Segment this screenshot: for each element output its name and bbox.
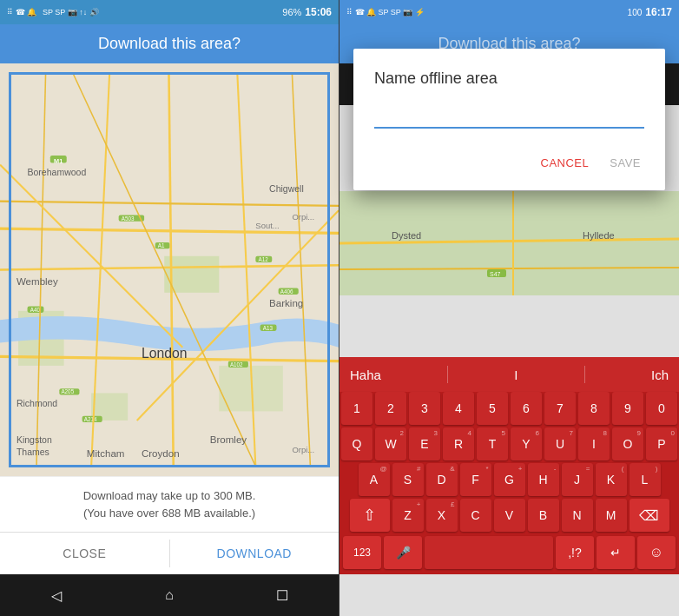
save-button[interactable]: SAVE — [606, 149, 644, 176]
info-line2: (You have over 688 MB available.) — [14, 505, 325, 522]
svg-text:A214: A214 — [84, 416, 97, 422]
left-phone: ⠿ ☎ 🔔 SP SP 📷 ↑↓ 🔊 96% 15:06 Download th… — [0, 0, 340, 616]
comma-key[interactable]: ,!? — [556, 536, 594, 569]
signal-icons: SP SP 📷 ↑↓ 🔊 — [43, 8, 99, 17]
key-x[interactable]: X£ — [426, 499, 458, 532]
suggestion-2[interactable]: I — [514, 368, 517, 382]
key-m[interactable]: M — [596, 499, 627, 532]
left-map: M1 A503 A1 A12 A40 A406 A13 A205 A214 — [0, 63, 339, 476]
svg-text:M1: M1 — [54, 157, 63, 165]
key-k[interactable]: K( — [596, 463, 627, 496]
svg-text:Sout...: Sout... — [255, 221, 279, 230]
svg-text:Borehamwood: Borehamwood — [28, 167, 87, 177]
key-s[interactable]: S# — [392, 463, 424, 496]
key-w[interactable]: W2 — [375, 427, 406, 460]
key-3[interactable]: 3 — [409, 392, 440, 425]
key-g[interactable]: G+ — [494, 463, 525, 496]
left-info-text: Download may take up to 300 MB. (You hav… — [0, 476, 339, 532]
battery-indicator: 96% — [282, 7, 301, 17]
shift-key[interactable]: ⇧ — [350, 499, 390, 532]
svg-text:S47: S47 — [490, 271, 501, 277]
left-header: Download this area? — [0, 24, 339, 63]
right-time: 16:17 — [645, 6, 672, 18]
key-5[interactable]: 5 — [477, 392, 508, 425]
svg-text:Hyllede: Hyllede — [583, 230, 615, 241]
right-battery: 100 — [628, 8, 643, 17]
key-b[interactable]: B — [528, 499, 559, 532]
svg-text:Bromley: Bromley — [210, 434, 247, 445]
svg-text:A102: A102 — [230, 361, 243, 368]
svg-text:A12: A12 — [258, 256, 268, 262]
svg-text:London: London — [142, 346, 188, 361]
key-e[interactable]: E3 — [409, 427, 440, 460]
key-6[interactable]: 6 — [511, 392, 542, 425]
home-button[interactable]: ⌂ — [161, 586, 178, 604]
svg-text:Barking: Barking — [269, 298, 303, 308]
key-0[interactable]: 0 — [646, 392, 677, 425]
notification-icons: ⠿ ☎ 🔔 — [7, 8, 36, 17]
enter-key[interactable]: ↵ — [597, 536, 635, 569]
key-8[interactable]: 8 — [578, 392, 610, 425]
emoji-key[interactable]: ☺ — [637, 536, 676, 569]
svg-text:Mitcham: Mitcham — [87, 448, 125, 459]
key-j[interactable]: J= — [562, 463, 593, 496]
svg-text:Kingston: Kingston — [16, 434, 52, 445]
key-d[interactable]: D& — [426, 463, 458, 496]
key-t[interactable]: T5 — [477, 427, 508, 460]
right-map-peek: Dysted Hyllede S47 — [340, 191, 679, 295]
key-i[interactable]: I8 — [578, 427, 610, 460]
key-f[interactable]: F* — [460, 463, 491, 496]
svg-text:A13: A13 — [263, 325, 274, 331]
svg-text:Orpi...: Orpi... — [292, 212, 314, 222]
svg-text:Thames: Thames — [16, 447, 49, 457]
key-h[interactable]: H- — [528, 463, 559, 496]
left-title: Download this area? — [14, 35, 325, 53]
dialog-actions: CANCEL SAVE — [374, 149, 644, 176]
close-button[interactable]: CLOSE — [0, 533, 169, 574]
key-z[interactable]: Z+ — [392, 499, 424, 532]
offline-area-name-input[interactable] — [374, 105, 644, 129]
left-status-icons: ⠿ ☎ 🔔 SP SP 📷 ↑↓ 🔊 — [7, 8, 99, 17]
key-p[interactable]: P0 — [646, 427, 677, 460]
right-status-icons: ⠿ ☎ 🔔 SP SP 📷 ⚡ — [346, 8, 425, 17]
recent-apps-button[interactable]: ☐ — [274, 586, 291, 604]
svg-text:Chigwell: Chigwell — [269, 183, 304, 194]
key-7[interactable]: 7 — [544, 392, 576, 425]
key-q[interactable]: Q — [341, 427, 372, 460]
key-r[interactable]: R4 — [443, 427, 474, 460]
numbers-key[interactable]: 123 — [343, 536, 381, 569]
keyboard-bottom-row: 123 🎤 ,!? ↵ ☺ — [340, 534, 679, 574]
number-row: 1 2 3 4 5 6 7 8 9 0 — [340, 392, 679, 425]
key-o[interactable]: O9 — [612, 427, 643, 460]
suggestion-3[interactable]: Ich — [651, 368, 669, 382]
suggestion-1[interactable]: Haha — [350, 368, 381, 382]
key-9[interactable]: 9 — [612, 392, 643, 425]
microphone-key[interactable]: 🎤 — [384, 536, 422, 569]
key-c[interactable]: C — [460, 499, 491, 532]
svg-text:A406: A406 — [280, 288, 293, 295]
key-v[interactable]: V — [494, 499, 525, 532]
zxcv-row: ⇧ Z+ X£ C V B N M ⌫ — [340, 499, 679, 532]
delete-key[interactable]: ⌫ — [630, 499, 669, 532]
keyboard-suggestions: Haha I Ich — [340, 357, 679, 392]
space-key[interactable] — [425, 536, 553, 569]
left-bottom-buttons: CLOSE DOWNLOAD — [0, 532, 339, 574]
info-line1: Download may take up to 300 MB. — [14, 487, 325, 505]
key-n[interactable]: N — [562, 499, 593, 532]
key-l[interactable]: L) — [630, 463, 661, 496]
key-2[interactable]: 2 — [375, 392, 406, 425]
left-time: 15:06 — [305, 6, 332, 18]
key-4[interactable]: 4 — [443, 392, 474, 425]
svg-text:Richmond: Richmond — [16, 398, 57, 408]
back-button[interactable]: ◁ — [48, 586, 65, 604]
cancel-button[interactable]: CANCEL — [537, 149, 593, 176]
svg-text:Orpi...: Orpi... — [292, 445, 314, 454]
key-y[interactable]: Y6 — [511, 427, 542, 460]
svg-text:Wembley: Wembley — [16, 276, 58, 287]
key-1[interactable]: 1 — [341, 392, 372, 425]
key-u[interactable]: U7 — [544, 427, 576, 460]
name-offline-dialog: Name offline area CANCEL SAVE — [353, 49, 665, 190]
svg-text:Dysted: Dysted — [392, 230, 421, 241]
download-button[interactable]: DOWNLOAD — [170, 533, 340, 574]
key-a[interactable]: A@ — [359, 463, 390, 496]
